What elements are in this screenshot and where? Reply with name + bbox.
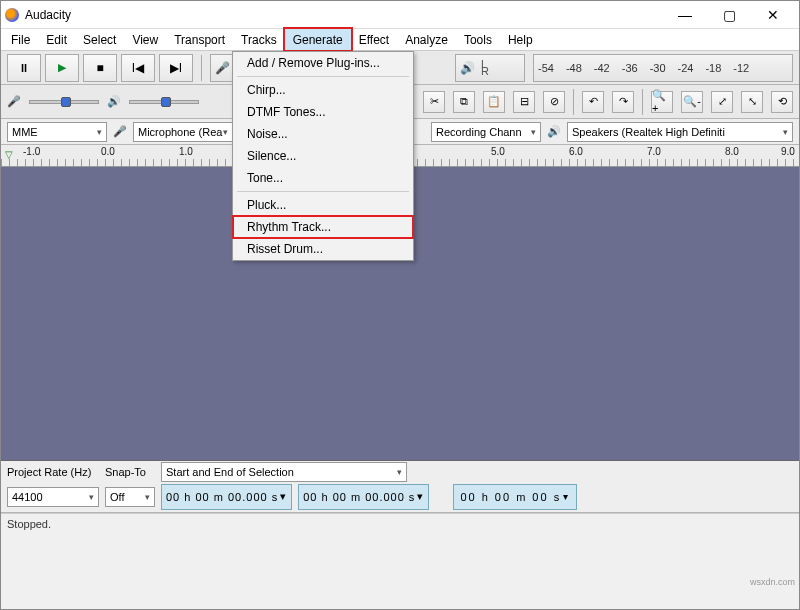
- divider: [573, 89, 574, 115]
- speaker-icon: 🔊: [107, 95, 121, 108]
- skip-end-button[interactable]: ▶I: [159, 54, 193, 82]
- app-logo-icon: [5, 8, 19, 22]
- selection-end-time[interactable]: 00 h 00 m 00.000 s▾: [298, 484, 429, 510]
- generate-dropdown: Add / Remove Plug-ins... Chirp... DTMF T…: [232, 51, 414, 261]
- menu-chirp[interactable]: Chirp...: [233, 79, 413, 101]
- close-button[interactable]: ✕: [751, 1, 795, 29]
- meter-tick: -12: [733, 62, 749, 74]
- playback-meter[interactable]: 🔊 LR: [455, 54, 525, 82]
- zoom-out-button[interactable]: 🔍-: [681, 91, 703, 113]
- selection-format-combo[interactable]: Start and End of Selection: [161, 462, 407, 482]
- input-volume-slider[interactable]: [29, 100, 99, 104]
- menu-dtmf-tones[interactable]: DTMF Tones...: [233, 101, 413, 123]
- menu-analyze[interactable]: Analyze: [397, 29, 456, 50]
- meter-tick: -36: [622, 62, 638, 74]
- snap-to-combo[interactable]: Off: [105, 487, 155, 507]
- host-combo[interactable]: MME: [7, 122, 107, 142]
- divider: [642, 89, 643, 115]
- menu-tone[interactable]: Tone...: [233, 167, 413, 189]
- playback-scale: -54 -48 -42 -36 -30 -24 -18 -12: [533, 54, 793, 82]
- maximize-button[interactable]: ▢: [707, 1, 751, 29]
- menubar: File Edit Select View Transport Tracks G…: [1, 29, 799, 51]
- mic-icon: 🎤: [113, 125, 127, 138]
- skip-start-button[interactable]: I◀: [121, 54, 155, 82]
- paste-button[interactable]: 📋: [483, 91, 505, 113]
- status-bar: Stopped.: [1, 513, 799, 533]
- menu-risset-drum[interactable]: Risset Drum...: [233, 238, 413, 260]
- copy-button[interactable]: ⧉: [453, 91, 475, 113]
- lr-label: LR: [481, 61, 489, 75]
- ruler-mark: 0.0: [101, 146, 115, 157]
- zoom-toggle-button[interactable]: ⟲: [771, 91, 793, 113]
- menu-select[interactable]: Select: [75, 29, 124, 50]
- trim-button[interactable]: ⊟: [513, 91, 535, 113]
- status-text: Stopped.: [7, 518, 51, 530]
- ruler-mark: 5.0: [491, 146, 505, 157]
- menu-separator: [237, 191, 409, 192]
- minimize-button[interactable]: —: [663, 1, 707, 29]
- stop-button[interactable]: ■: [83, 54, 117, 82]
- snap-to-label: Snap-To: [105, 466, 155, 478]
- ruler-mark: -1.0: [23, 146, 40, 157]
- divider: [201, 55, 202, 81]
- input-device-combo[interactable]: Microphone (Rea: [133, 122, 233, 142]
- menu-add-remove-plugins[interactable]: Add / Remove Plug-ins...: [233, 52, 413, 74]
- zoom-in-button[interactable]: 🔍+: [651, 91, 673, 113]
- menu-silence[interactable]: Silence...: [233, 145, 413, 167]
- ruler-mark: 1.0: [179, 146, 193, 157]
- menu-separator: [237, 76, 409, 77]
- meter-tick: -48: [566, 62, 582, 74]
- meter-tick: -18: [705, 62, 721, 74]
- audio-position-display[interactable]: 00 h 00 m 00 s▾: [453, 484, 577, 510]
- output-device-combo[interactable]: Speakers (Realtek High Definiti: [567, 122, 793, 142]
- meter-tick: -30: [650, 62, 666, 74]
- speaker-icon: 🔊: [547, 125, 561, 138]
- zoom-sel-button[interactable]: ⤢: [711, 91, 733, 113]
- ruler-mark: 6.0: [569, 146, 583, 157]
- speaker-icon: 🔊: [460, 61, 475, 75]
- ruler-mark: 9.0: [781, 146, 795, 157]
- menu-generate[interactable]: Generate: [283, 27, 353, 52]
- pause-button[interactable]: II: [7, 54, 41, 82]
- output-volume-slider[interactable]: [129, 100, 199, 104]
- menu-transport[interactable]: Transport: [166, 29, 233, 50]
- menu-view[interactable]: View: [124, 29, 166, 50]
- project-rate-combo[interactable]: 44100: [7, 487, 99, 507]
- play-button[interactable]: ▶: [45, 54, 79, 82]
- meter-tick: -42: [594, 62, 610, 74]
- titlebar: Audacity — ▢ ✕: [1, 1, 799, 29]
- undo-button[interactable]: ↶: [582, 91, 604, 113]
- silence-button[interactable]: ⊘: [543, 91, 565, 113]
- redo-button[interactable]: ↷: [612, 91, 634, 113]
- rec-channels-combo[interactable]: Recording Chann: [431, 122, 541, 142]
- meter-tick: -54: [538, 62, 554, 74]
- menu-tools[interactable]: Tools: [456, 29, 500, 50]
- mic-icon: 🎤: [215, 61, 230, 75]
- project-rate-label: Project Rate (Hz): [7, 466, 99, 478]
- ruler-mark: 8.0: [725, 146, 739, 157]
- menu-noise[interactable]: Noise...: [233, 123, 413, 145]
- menu-tracks[interactable]: Tracks: [233, 29, 285, 50]
- ruler-mark: 7.0: [647, 146, 661, 157]
- menu-help[interactable]: Help: [500, 29, 541, 50]
- mic-icon: 🎤: [7, 95, 21, 108]
- meter-tick: -24: [678, 62, 694, 74]
- watermark: wsxdn.com: [750, 577, 795, 587]
- zoom-fit-button[interactable]: ⤡: [741, 91, 763, 113]
- selection-toolbar-values: 44100 Off 00 h 00 m 00.000 s▾ 00 h 00 m …: [1, 481, 799, 513]
- menu-pluck[interactable]: Pluck...: [233, 194, 413, 216]
- selection-toolbar: Project Rate (Hz) Snap-To Start and End …: [1, 461, 799, 481]
- app-title: Audacity: [25, 8, 663, 22]
- menu-file[interactable]: File: [3, 29, 38, 50]
- menu-effect[interactable]: Effect: [351, 29, 397, 50]
- selection-start-time[interactable]: 00 h 00 m 00.000 s▾: [161, 484, 292, 510]
- cut-button[interactable]: ✂: [423, 91, 445, 113]
- menu-edit[interactable]: Edit: [38, 29, 75, 50]
- menu-rhythm-track[interactable]: Rhythm Track...: [233, 216, 413, 238]
